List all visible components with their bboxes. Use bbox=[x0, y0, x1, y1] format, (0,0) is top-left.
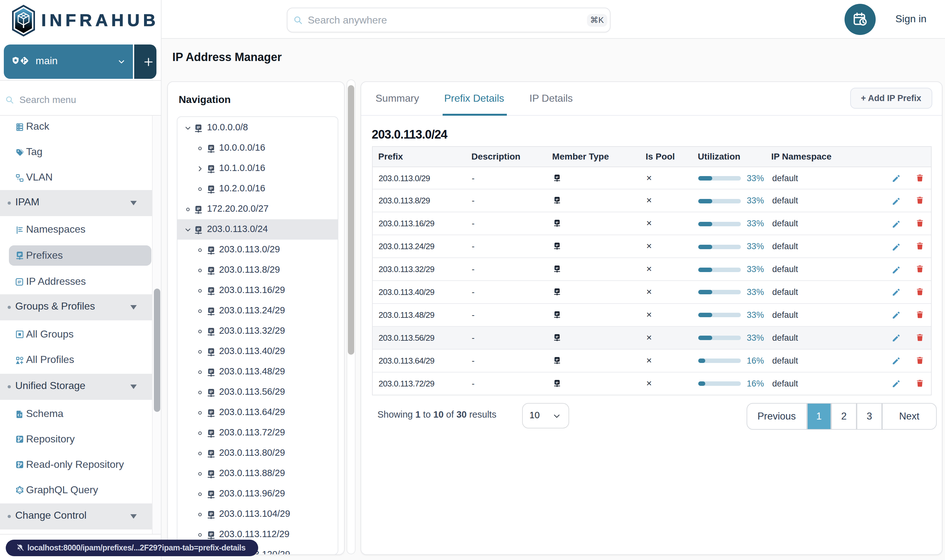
svg-text:IP: IP bbox=[209, 410, 213, 414]
svg-text:IP: IP bbox=[209, 308, 213, 312]
svg-text:IP: IP bbox=[196, 227, 200, 231]
svg-text:IP: IP bbox=[209, 247, 213, 251]
svg-text:IP: IP bbox=[556, 380, 559, 384]
svg-text:IP: IP bbox=[209, 146, 213, 149]
svg-text:IP: IP bbox=[556, 312, 559, 315]
svg-text:IP: IP bbox=[209, 166, 213, 170]
svg-text:IP: IP bbox=[209, 430, 213, 434]
svg-text:IP: IP bbox=[209, 390, 213, 394]
svg-text:IP: IP bbox=[209, 329, 213, 332]
svg-text:IP: IP bbox=[209, 532, 213, 536]
svg-text:IP: IP bbox=[556, 175, 559, 178]
svg-text:IP: IP bbox=[556, 289, 559, 293]
svg-text:IP: IP bbox=[556, 335, 559, 338]
svg-text:IP: IP bbox=[209, 451, 213, 454]
svg-text:IP: IP bbox=[196, 125, 200, 129]
svg-text:IP: IP bbox=[556, 198, 559, 201]
svg-text:IP: IP bbox=[556, 243, 559, 247]
svg-text:IP: IP bbox=[209, 349, 213, 353]
svg-text:IP: IP bbox=[209, 512, 213, 515]
svg-text:IP: IP bbox=[18, 253, 22, 257]
svg-text:IP: IP bbox=[17, 280, 21, 284]
svg-text:IP: IP bbox=[556, 221, 559, 224]
svg-text:IP: IP bbox=[196, 206, 200, 211]
svg-text:IP: IP bbox=[209, 186, 213, 190]
svg-text:IP: IP bbox=[209, 288, 213, 292]
svg-text:IP: IP bbox=[209, 369, 213, 373]
svg-text:IP: IP bbox=[209, 471, 213, 475]
svg-text:IP: IP bbox=[209, 268, 213, 271]
svg-text:IP: IP bbox=[556, 266, 559, 270]
svg-text:IP: IP bbox=[556, 358, 559, 361]
svg-text:IP: IP bbox=[209, 491, 213, 495]
